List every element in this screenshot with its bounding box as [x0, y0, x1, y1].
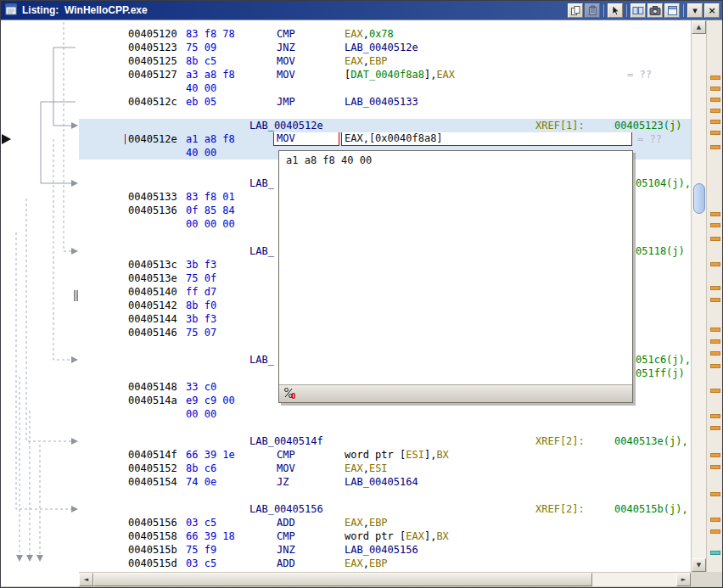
vertical-scrollbar[interactable]: ▲ ▼: [691, 20, 706, 572]
bytes-cell[interactable]: 74 0e: [186, 475, 216, 489]
operands-cell[interactable]: LAB_00405133: [345, 95, 418, 109]
address-cell[interactable]: 00405142: [128, 299, 177, 312]
address-cell[interactable]: 00405144: [128, 312, 177, 326]
bytes-cell[interactable]: 40 00: [186, 81, 216, 95]
close-button[interactable]: ×: [704, 3, 720, 18]
listing-row[interactable]: 0040515474 0eJZLAB_00405164: [79, 475, 691, 489]
label-cell[interactable]: LAB_0040512e: [249, 119, 323, 132]
bytes-cell[interactable]: 3b f3: [186, 258, 216, 272]
address-cell[interactable]: 0040513c: [128, 258, 177, 272]
scroll-right-button[interactable]: ►: [676, 573, 691, 586]
address-cell[interactable]: 00405148: [128, 380, 177, 394]
bytes-cell[interactable]: 00 00 00: [186, 217, 235, 231]
scroll-down-button[interactable]: ▼: [692, 558, 706, 572]
address-cell[interactable]: 00405127: [128, 68, 177, 81]
scroll-up-button[interactable]: ▲: [692, 20, 706, 34]
operands-cell[interactable]: EAX,EBP: [345, 54, 388, 68]
bytes-cell[interactable]: 66 39 18: [186, 529, 235, 543]
listing-row[interactable]: 00405127a3 a8 f8MOV[DAT_0040f8a8],EAX= ?…: [79, 68, 691, 81]
paste-button[interactable]: [585, 3, 600, 18]
address-cell[interactable]: 00405146: [128, 326, 177, 339]
address-cell[interactable]: 0040515d: [128, 557, 177, 570]
listing-row[interactable]: 00 00: [79, 407, 691, 421]
operands-cell[interactable]: EAX,EBP: [345, 557, 388, 570]
address-cell[interactable]: 0040513e: [128, 272, 177, 285]
bytes-cell[interactable]: 75 09: [186, 41, 216, 54]
address-cell[interactable]: 00405156: [128, 516, 177, 529]
bytes-cell[interactable]: 75 0f: [186, 272, 216, 285]
label-cell[interactable]: LAB_: [249, 176, 274, 190]
horizontal-scrollbar-thumb[interactable]: [93, 573, 592, 586]
mnemonic-cell[interactable]: JMP: [277, 95, 295, 109]
listing-row[interactable]: 0040512ceb 05JMPLAB_00405133: [79, 95, 691, 109]
listing-row[interactable]: 0040515d03 c5ADDEAX,EBP: [79, 557, 691, 570]
label-cell[interactable]: LAB_00405156: [249, 502, 323, 516]
overview-marker[interactable]: [710, 223, 720, 227]
address-cell[interactable]: 00405158: [128, 529, 177, 543]
vertical-scrollbar-track[interactable]: [692, 34, 706, 558]
listing-row[interactable]: LAB_0040512eXREF[1]:00405123(j): [79, 119, 691, 132]
operands-cell[interactable]: LAB_00405164: [345, 475, 418, 489]
overview-marker[interactable]: [710, 262, 720, 266]
listing-row[interactable]: LAB_0040514fXREF[2]:0040513e(j),: [79, 434, 691, 448]
bytes-cell[interactable]: 33 c0: [186, 380, 216, 394]
listing-row[interactable]: 0040512375 09JNZLAB_0040512e: [79, 41, 691, 54]
xref-cell[interactable]: 0040513e(j),: [614, 434, 688, 448]
address-cell[interactable]: 0040512c: [128, 95, 177, 109]
listing-row[interactable]: 40 00: [79, 81, 691, 95]
copy-button[interactable]: [568, 3, 583, 18]
bytes-cell[interactable]: 75 07: [186, 326, 216, 339]
scroll-left-button[interactable]: ◄: [79, 573, 93, 586]
xref-count-cell[interactable]: XREF[1]:: [535, 119, 585, 132]
bytes-cell[interactable]: 83 f8 78: [186, 27, 235, 41]
address-cell[interactable]: 00405140: [128, 285, 177, 299]
overview-marker[interactable]: [710, 286, 720, 290]
operands-cell[interactable]: word ptr [EAX],BX: [345, 529, 449, 543]
bytes-cell[interactable]: 0f 85 84: [186, 204, 235, 217]
overview-marker[interactable]: [710, 298, 720, 302]
operands-cell[interactable]: LAB_0040512e: [345, 41, 418, 54]
snapshot-button[interactable]: [647, 3, 663, 18]
overview-marker[interactable]: [710, 453, 720, 457]
address-cell[interactable]: 00405123: [128, 41, 177, 54]
mnemonic-cell[interactable]: ADD: [277, 557, 295, 570]
overview-marker[interactable]: [710, 76, 720, 80]
mnemonic-cell[interactable]: JZ: [277, 475, 289, 489]
address-cell[interactable]: 0040512e: [128, 132, 177, 146]
operands-cell[interactable]: LAB_00405156: [345, 543, 418, 557]
overview-marker[interactable]: [710, 529, 720, 534]
xref-fragment-cell[interactable]: 05118(j): [636, 244, 685, 258]
listing-row[interactable]: 0040512083 f8 78CMPEAX,0x78: [79, 27, 691, 41]
listing-row[interactable]: 004051258b c5MOVEAX,EBP: [79, 54, 691, 68]
bytes-cell[interactable]: 83 f8 01: [186, 190, 235, 204]
operands-cell[interactable]: [DAT_0040f8a8],EAX: [345, 68, 455, 81]
overview-marker[interactable]: [710, 339, 720, 344]
overview-marker[interactable]: [710, 145, 720, 149]
overview-marker-margin[interactable]: [706, 20, 723, 572]
overview-marker[interactable]: [710, 328, 720, 332]
clone-window-button[interactable]: [664, 3, 680, 18]
operands-cell[interactable]: EAX,ESI: [345, 462, 388, 475]
mnemonic-cell[interactable]: JNZ: [277, 543, 295, 557]
bytes-cell[interactable]: 03 c5: [186, 516, 216, 529]
overview-marker[interactable]: [710, 518, 720, 522]
mnemonic-cell[interactable]: CMP: [277, 529, 295, 543]
vertical-scrollbar-thumb[interactable]: [693, 183, 705, 214]
xref-cell[interactable]: 00405123(j): [614, 119, 681, 132]
operands-cell[interactable]: EAX,EBP: [345, 516, 388, 529]
label-cell[interactable]: LAB_0040514f: [249, 434, 323, 448]
overview-marker[interactable]: [710, 426, 720, 430]
address-cell[interactable]: 00405154: [128, 475, 177, 489]
xref-cell[interactable]: 0040515b(j),: [614, 502, 688, 516]
overview-marker[interactable]: [710, 414, 720, 418]
xref-fragment-cell[interactable]: 05104(j),: [636, 176, 691, 190]
mnemonic-cell[interactable]: MOV: [277, 54, 295, 68]
bytes-cell[interactable]: ff d7: [186, 285, 216, 299]
xref-count-cell[interactable]: XREF[2]:: [535, 502, 585, 516]
cursor-mode-button[interactable]: [608, 3, 623, 18]
overview-marker[interactable]: [710, 492, 720, 496]
overview-marker[interactable]: [710, 98, 720, 102]
overview-marker[interactable]: [710, 109, 720, 113]
bytes-cell[interactable]: 75 f9: [186, 543, 216, 557]
bytes-cell[interactable]: 66 39 1e: [186, 448, 235, 462]
